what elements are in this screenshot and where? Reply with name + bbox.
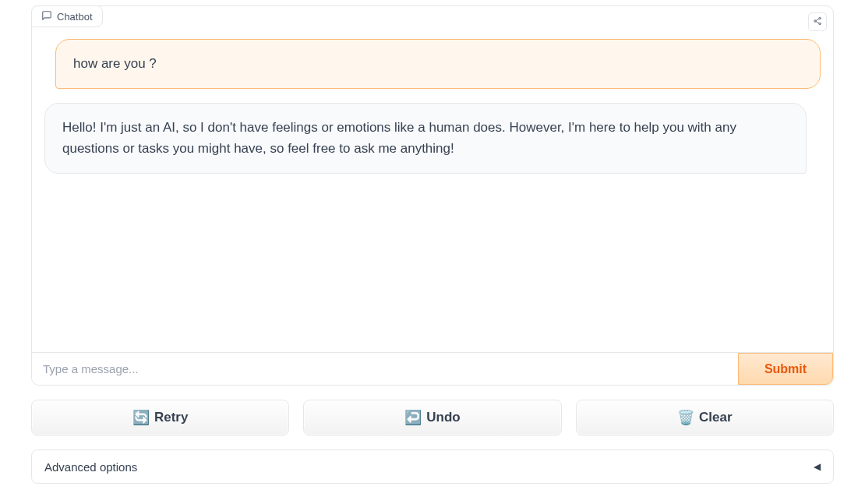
clear-button[interactable]: 🗑️ Clear	[576, 400, 834, 435]
message-input[interactable]	[32, 353, 738, 385]
advanced-options-label: Advanced options	[44, 460, 137, 474]
svg-line-3	[816, 19, 819, 20]
chatbot-tab-label: Chatbot	[57, 11, 93, 23]
retry-icon: 🔄	[132, 411, 150, 425]
share-button[interactable]	[808, 12, 827, 31]
input-row: Submit	[32, 352, 833, 385]
assistant-message-text: Hello! I'm just an AI, so I don't have f…	[62, 120, 736, 155]
submit-button[interactable]: Submit	[738, 353, 833, 385]
clear-icon: 🗑️	[677, 411, 694, 425]
chatbot-tab: Chatbot	[31, 5, 103, 27]
messages-area: how are you ? Hello! I'm just an AI, so …	[32, 6, 833, 352]
undo-button[interactable]: ↩️ Undo	[303, 400, 561, 435]
user-message: how are you ?	[55, 39, 821, 89]
user-message-text: how are you ?	[73, 56, 157, 71]
retry-label: Retry	[154, 410, 188, 425]
advanced-options-toggle[interactable]: Advanced options ◀	[31, 449, 834, 484]
clear-label: Clear	[699, 410, 733, 425]
chat-icon	[41, 10, 52, 23]
undo-icon: ↩️	[404, 411, 422, 425]
retry-button[interactable]: 🔄 Retry	[31, 400, 289, 435]
actions-row: 🔄 Retry ↩️ Undo 🗑️ Clear	[31, 400, 834, 435]
assistant-message: Hello! I'm just an AI, so I don't have f…	[44, 103, 807, 174]
svg-line-4	[816, 22, 819, 23]
share-icon	[813, 15, 822, 29]
app-root: Chatbot how are you ? Hello! I'm just an…	[0, 5, 865, 484]
undo-label: Undo	[426, 410, 460, 425]
chat-panel: Chatbot how are you ? Hello! I'm just an…	[31, 5, 834, 386]
chevron-left-icon: ◀	[814, 461, 821, 472]
